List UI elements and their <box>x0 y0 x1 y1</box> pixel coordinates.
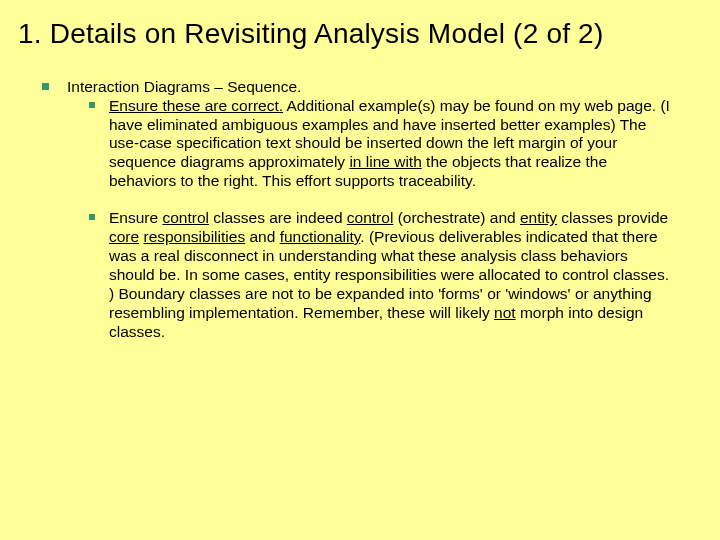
bullet-level1: Interaction Diagrams – Sequence. Ensure … <box>42 78 670 341</box>
spacer <box>67 191 670 209</box>
underline-text: entity <box>520 209 557 226</box>
bullet-level1-content: Interaction Diagrams – Sequence. Ensure … <box>67 78 670 341</box>
bullet-square-icon <box>89 102 95 108</box>
text: Ensure <box>109 209 162 226</box>
underline-text: not <box>494 304 516 321</box>
underline-text: control <box>162 209 209 226</box>
underline-text: functionality <box>280 228 361 245</box>
underline-text: core <box>109 228 139 245</box>
bullet-level2: Ensure these are correct. Additional exa… <box>89 97 670 192</box>
underline-text: responsibilities <box>143 228 245 245</box>
underline-text: Ensure these are correct. <box>109 97 283 114</box>
text: classes provide <box>557 209 668 226</box>
bullet-square-icon <box>89 214 95 220</box>
bullet-level2: Ensure control classes are indeed contro… <box>89 209 670 341</box>
text: classes are indeed <box>209 209 347 226</box>
underline-text: in line with <box>349 153 421 170</box>
text: and <box>245 228 279 245</box>
underline-text: control <box>347 209 394 226</box>
bullet-text: Ensure these are correct. Additional exa… <box>109 97 670 192</box>
level1-heading-text: Interaction Diagrams – Sequence. <box>67 78 670 97</box>
text: (orchestrate) and <box>393 209 520 226</box>
bullet-text: Ensure control classes are indeed contro… <box>109 209 670 341</box>
slide: 1. Details on Revisiting Analysis Model … <box>0 0 720 540</box>
slide-title: 1. Details on Revisiting Analysis Model … <box>18 18 670 50</box>
bullet-square-icon <box>42 83 49 90</box>
